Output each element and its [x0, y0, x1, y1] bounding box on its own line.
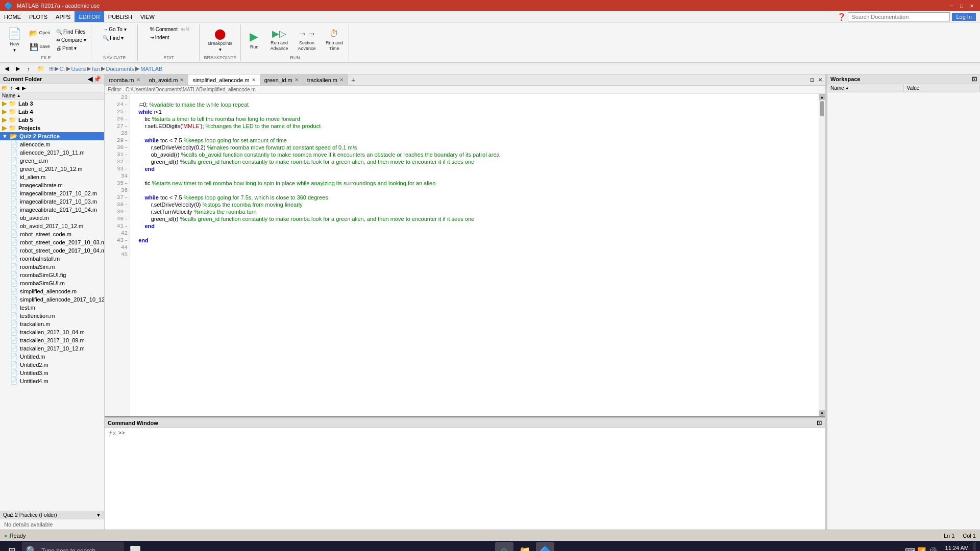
nav-path-users[interactable]: Users [71, 66, 86, 72]
scroll-thumb[interactable] [820, 101, 824, 116]
list-item[interactable]: 📄 robot_street_code_2017_10_03.m [0, 238, 104, 246]
comment-button[interactable]: % Comment [148, 26, 180, 33]
menu-publish[interactable]: PUBLISH [104, 11, 136, 22]
nav-back-button[interactable]: ◀ [2, 64, 11, 73]
tab-green-id[interactable]: green_id.m ✕ [260, 74, 303, 85]
nav-root[interactable]: ⊞ [49, 65, 54, 72]
editor-undock-icon[interactable]: ⊡ [808, 77, 816, 83]
run-advance-button[interactable]: ▶▷ Run and Advance [267, 26, 291, 54]
list-item[interactable]: 📄 Untitled.m [0, 353, 104, 361]
tab-roomba[interactable]: roomba.m ✕ [105, 74, 145, 85]
list-item[interactable]: 📄 imagecalibrate_2017_10_02.m [0, 189, 104, 197]
list-item[interactable]: 📄 id_alien.m [0, 173, 104, 181]
chrome-taskbar-btn[interactable]: ⊕ [495, 542, 513, 551]
workspace-col-name[interactable]: Name ▲ [827, 84, 904, 92]
sidebar-collapse-icon[interactable]: ◀ [88, 76, 92, 83]
folder-projects[interactable]: ▶ 📁 Projects [0, 124, 104, 132]
nav-browse-button[interactable]: 📁 [35, 64, 47, 73]
sidebar-col-name[interactable]: Name ▲ [0, 92, 104, 99]
menu-view[interactable]: VIEW [136, 11, 159, 22]
folder-lab3[interactable]: ▶ 📁 Lab 3 [0, 99, 104, 108]
list-item[interactable]: 📄 trackalien_2017_10_04.m [0, 328, 104, 336]
list-item[interactable]: 📄 Untitled4.m [0, 377, 104, 385]
file-explorer-btn[interactable]: 📁 [516, 542, 534, 551]
sidebar-toolbar-btn-4[interactable]: ▶ [21, 85, 27, 91]
list-item[interactable]: 📄 imagecalibrate_2017_10_04.m [0, 206, 104, 214]
code-editor[interactable]: 23 24– 25– 26– 27– 28 29– 30– 31– 32– 33… [105, 94, 825, 416]
network-icon[interactable]: 📶 [917, 547, 926, 551]
command-window-content[interactable]: ƒx >> [105, 428, 825, 530]
close-tab-roomba[interactable]: ✕ [136, 77, 140, 83]
login-button[interactable]: Log In [952, 13, 976, 21]
list-item[interactable]: 📄 roombaSimGUI.m [0, 279, 104, 287]
list-item[interactable]: 📄 ob_avoid_2017_10_12.m [0, 222, 104, 230]
task-view-btn[interactable]: ⬜ [126, 542, 144, 551]
nav-path-c[interactable]: C: [60, 66, 65, 72]
sidebar-toolbar-btn-1[interactable]: 📂 [1, 85, 9, 91]
start-button[interactable]: ⊞ [4, 543, 20, 551]
list-item[interactable]: 📄 testfunction.m [0, 312, 104, 320]
workspace-expand-icon[interactable]: ⊡ [972, 76, 977, 83]
list-item[interactable]: 📄 green_id_2017_10_12.m [0, 165, 104, 173]
folder-quiz2[interactable]: ▼ 📂 Quiz 2 Practice [0, 132, 104, 140]
list-item[interactable]: 📄 roombaSim.m [0, 263, 104, 271]
run-button[interactable]: ▶ Run [243, 26, 265, 54]
menu-editor[interactable]: EDITOR [75, 11, 104, 22]
run-time-button[interactable]: ⏱ Run and Time [322, 26, 347, 54]
open-button[interactable]: 📂 Open [27, 27, 53, 40]
folder-lab5[interactable]: ▶ 📁 Lab 5 [0, 116, 104, 124]
tab-simplified-aliencode[interactable]: simplified_aliencode.m ✕ [188, 74, 260, 85]
scroll-down-btn[interactable]: ▼ [819, 410, 825, 416]
matlab-taskbar-btn[interactable]: 🔷 [536, 542, 554, 551]
menu-home[interactable]: HOME [0, 11, 25, 22]
list-item[interactable]: 📄 robot_street_code.m [0, 230, 104, 238]
section-advance-button[interactable]: →→ Section Advance [293, 26, 320, 54]
print-button[interactable]: 🖨 Print ▾ [54, 44, 89, 52]
list-item[interactable]: 📄 imagecalibrate_2017_10_03.m [0, 197, 104, 206]
list-item[interactable]: 📄 roombaInstall.m [0, 255, 104, 263]
command-input[interactable] [127, 430, 821, 436]
list-item[interactable]: 📄 ob_avoid.m [0, 214, 104, 222]
tab-trackalien[interactable]: trackalien.m ✕ [303, 74, 348, 85]
nav-up-button[interactable]: ↑ [24, 65, 33, 73]
code-content[interactable]: i=0; %variable to make the while loop re… [130, 94, 819, 416]
search-taskbar-btn[interactable]: 🔍 Type here to search [22, 542, 124, 551]
list-item[interactable]: 📄 simplified_aliencode_2017_10_12.m [0, 295, 104, 304]
list-item[interactable]: 📄 green_id.m [0, 157, 104, 165]
workspace-col-value[interactable]: Value [904, 84, 981, 92]
nav-forward-button[interactable]: ▶ [13, 64, 22, 73]
show-desktop-btn[interactable] [973, 542, 976, 551]
close-tab-simplified[interactable]: ✕ [252, 77, 256, 83]
list-item[interactable]: 📄 simplified_aliencode.m [0, 287, 104, 295]
volume-icon[interactable]: 🔊 [928, 547, 937, 551]
compare-button[interactable]: ⇔ Compare ▾ [54, 36, 89, 44]
close-button[interactable]: ✕ [968, 2, 976, 10]
scroll-up-btn[interactable]: ▲ [819, 94, 825, 100]
nav-path-matlab[interactable]: MATLAB [140, 66, 162, 72]
nav-path-ian[interactable]: Ian [92, 66, 100, 72]
list-item[interactable]: 📄 trackalien_2017_10_12.m [0, 344, 104, 353]
tab-ob-avoid[interactable]: ob_avoid.m ✕ [145, 74, 189, 85]
list-item[interactable]: 📄 Untitled2.m [0, 361, 104, 369]
folder-lab4[interactable]: ▶ 📁 Lab 4 [0, 108, 104, 116]
menu-plots[interactable]: PLOTS [25, 11, 52, 22]
list-item[interactable]: 📄 trackalien_2017_10_09.m [0, 336, 104, 344]
list-item[interactable]: 📄 Untitled3.m [0, 369, 104, 377]
indent-button[interactable]: ⇥ Indent [148, 34, 172, 41]
add-tab-button[interactable]: + [348, 75, 358, 85]
search-documentation-input[interactable] [848, 12, 950, 21]
breakpoints-button[interactable]: ⬤ Breakpoints ▼ [206, 26, 235, 54]
sidebar-footer-expand-icon[interactable]: ▼ [96, 512, 101, 518]
goto-button[interactable]: → Go To ▾ [100, 26, 129, 33]
close-tab-trackalien[interactable]: ✕ [339, 77, 344, 83]
editor-scrollbar[interactable]: ▲ ▼ [819, 94, 825, 416]
nav-path-documents[interactable]: Documents [106, 66, 135, 72]
keyboard-icon[interactable]: ⌨ [905, 547, 915, 551]
maximize-button[interactable]: □ [958, 2, 966, 10]
list-item[interactable]: 📄 trackalien.m [0, 320, 104, 328]
close-tab-ob-avoid[interactable]: ✕ [180, 77, 184, 83]
list-item[interactable]: 📄 imagecalibrate.m [0, 181, 104, 189]
cmd-expand-icon[interactable]: ⊡ [817, 419, 822, 427]
sidebar-toolbar-btn-2[interactable]: ↑ [9, 85, 14, 91]
list-item[interactable]: 📄 roombaSimGUI.fig [0, 271, 104, 279]
